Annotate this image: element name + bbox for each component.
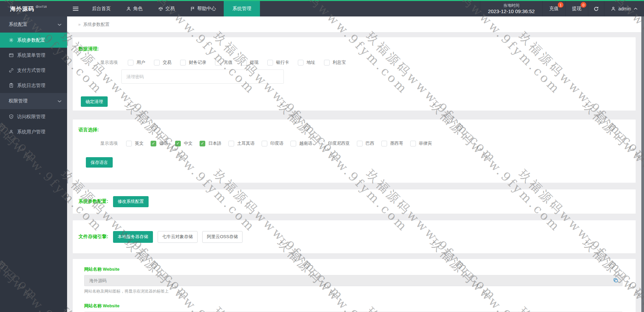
local-time-block: 当地时间 2023-12-10 09:36:52 [480,1,542,16]
language-option-german[interactable]: 德语 [151,140,168,146]
checkbox[interactable] [319,141,325,146]
language-option-turkish[interactable]: 土耳其语 [228,140,255,146]
data-cleanup-card: 数据清理: 显示选项 用户 交易 财务记录 充值 提现 银行卡 [72,37,636,111]
refresh-icon [593,6,599,12]
cleanup-option-withdraw[interactable]: 提现 [241,59,259,65]
modify-system-config-button[interactable]: 修改系统配置 [113,196,149,207]
user-icon [611,6,616,11]
nav-item-home[interactable]: 后台首页 [87,1,116,16]
website-name-label-2: 网站名称 Website [84,303,623,309]
hamburger-button[interactable] [68,1,84,16]
data-cleanup-title: 数据清理: [78,46,636,52]
navbar-right: 当地时间 2023-12-10 09:36:52 充值 1 提现 0 admin [480,1,644,16]
sidebar-item-system-menu-management[interactable]: 系统菜单管理 [0,48,67,63]
storage-qiniu-button[interactable]: 七牛云对象存储 [158,231,198,243]
cleanup-option-address[interactable]: 地址 [298,59,315,65]
page-scrollbar[interactable] [641,16,644,312]
sidebar-item-system-user-management[interactable]: 系统用户管理 [0,124,67,139]
data-cleanup-options-row: 显示选项 用户 交易 财务记录 充值 提现 银行卡 地址 [78,59,636,65]
options-label: 显示选项 [100,59,118,65]
save-language-button[interactable]: 保存语言 [86,157,113,168]
clipboard-icon [9,83,14,88]
nav-item-transactions[interactable]: 交易 [153,1,180,16]
checkbox[interactable] [200,141,205,146]
checkbox[interactable] [267,60,273,65]
checkbox[interactable] [262,141,267,146]
checkbox[interactable] [241,60,247,65]
breadcrumb: » 系统参数配置 [67,16,641,33]
flag-icon [190,6,195,11]
language-option-mexican[interactable]: 墨西哥 [381,140,403,146]
language-option-brazilian[interactable]: 巴西 [357,140,374,146]
language-option-english[interactable]: 英文 [126,140,144,146]
cleanup-option-bank-card[interactable]: 银行卡 [267,59,289,65]
cleanup-option-recharge[interactable]: 充值 [215,59,232,65]
checkbox[interactable] [410,141,416,146]
cleanup-password-input[interactable] [121,70,284,84]
checkbox[interactable] [151,141,156,146]
checkbox[interactable] [154,60,160,65]
chevron-down-icon [57,23,62,26]
breadcrumb-label: 系统参数配置 [83,21,109,28]
website-name-field [84,275,623,286]
website-name-input[interactable] [84,275,623,286]
checkbox[interactable] [298,60,304,65]
checkbox[interactable] [381,141,387,146]
sidebar-item-payment-method-management[interactable]: 支付方式管理 [0,63,67,78]
options-label: 显示选项 [100,140,118,146]
language-option-chinese[interactable]: 中文 [175,140,193,146]
scales-icon [158,6,163,11]
checkbox[interactable] [180,60,186,65]
refresh-button[interactable] [588,1,604,16]
copy-icon[interactable] [613,278,618,283]
website-name-label: 网站名称 Website [84,266,623,272]
local-time-value: 2023-12-10 09:36:52 [488,8,535,15]
checkbox[interactable] [175,141,181,146]
website-name-help: 网站名称及网站图标，将显示在浏览器的标签上 [84,288,623,294]
withdraw-button[interactable]: 提现 0 [565,1,588,16]
sidebar-item-access-permission-management[interactable]: 访问权限管理 [0,109,67,124]
sidebar-section-permission-management[interactable]: 权限管理 [0,93,67,109]
language-option-hindi[interactable]: 印度语 [262,140,283,146]
breadcrumb-arrow-icon: » [78,22,80,27]
main-content: » 系统参数配置 数据清理: 显示选项 用户 交易 财务记录 充值 提现 [67,16,641,312]
checkbox[interactable] [324,60,330,65]
language-options-row: 显示选项 英文 德语 中文 日本語 土耳其语 印度语 越南语 [78,140,636,146]
storage-local-server-button[interactable]: 本地服务器存储 [113,231,153,243]
language-option-filipino[interactable]: 菲律宾 [410,140,432,146]
checkbox[interactable] [128,60,133,65]
cleanup-option-transactions[interactable]: 交易 [154,59,171,65]
top-navbar: 海外源码 @cv718 后台首页 角色 交易 [0,0,644,16]
link-icon [9,68,14,73]
language-option-japanese[interactable]: 日本語 [200,140,221,146]
checkbox[interactable] [290,141,296,146]
cleanup-option-users[interactable]: 用户 [128,59,145,65]
checkbox[interactable] [215,60,221,65]
sidebar-item-system-param-config[interactable]: 系统参数配置 [0,33,67,48]
sidebar-section-system-config[interactable]: 系统配置 [0,16,67,33]
cleanup-option-financial-records[interactable]: 财务记录 [180,59,206,65]
recharge-badge: 1 [558,2,564,8]
storage-aliyun-oss-button[interactable]: 阿里云OSS存储 [202,231,243,243]
sidebar-item-system-log-management[interactable]: 系统日志管理 [0,78,67,93]
hamburger-icon [73,6,78,12]
nav-item-roles[interactable]: 角色 [121,1,148,16]
confirm-cleanup-button[interactable]: 确定清理 [81,96,108,107]
checkbox[interactable] [228,141,234,146]
website-settings-card: 网站名称 Website 网站名称及网站图标，将显示在浏览器的标签上 网站名称 … [72,259,636,312]
language-option-indonesian[interactable]: 印度尼西亚 [319,140,350,146]
app-logo: 海外源码 @cv718 [0,1,67,16]
language-option-vietnamese[interactable]: 越南语 [290,140,312,146]
local-time-label: 当地时间 [503,3,520,8]
recharge-button[interactable]: 充值 1 [542,1,565,16]
nav-item-system-management[interactable]: 系统管理 [224,1,260,16]
app-version-tag: @cv718 [36,5,47,8]
cleanup-option-interest-treasure[interactable]: 利息宝 [324,59,346,65]
checkbox[interactable] [126,141,132,146]
storage-engine-card: 文件存储引擎: 本地服务器存储 七牛云对象存储 阿里云OSS存储 [72,220,636,254]
user-menu[interactable]: admin [604,1,644,16]
app-title: 海外源码 [10,5,34,13]
checkbox[interactable] [357,141,363,146]
nav-item-help-center[interactable]: 帮助中心 [185,1,221,16]
language-select-card: 语言选择: 显示选项 英文 德语 中文 日本語 土耳其语 印度语 [72,119,636,183]
